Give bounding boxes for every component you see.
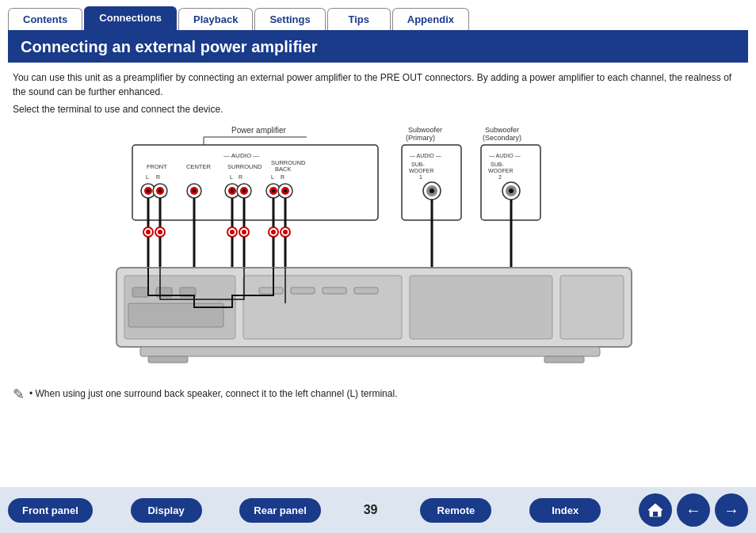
svg-rect-101 [148,356,188,363]
back-button[interactable]: ← [677,493,710,527]
svg-rect-104 [653,512,658,516]
svg-text:WOOFER: WOOFER [409,168,434,173]
description-2: Select the terminal to use and connect t… [13,102,743,116]
svg-point-21 [158,189,162,192]
svg-point-24 [193,189,196,192]
svg-text:R: R [281,174,284,180]
svg-point-33 [272,189,275,192]
svg-text:CENTER: CENTER [186,163,211,170]
svg-point-27 [231,189,234,192]
svg-rect-89 [243,276,402,339]
svg-point-73 [242,230,246,234]
tab-connections[interactable]: Connections [84,6,177,30]
connection-diagram: Power amplifier — AUDIO — FRONT CENTER S… [101,121,655,383]
svg-text:Power amplifier: Power amplifier [231,126,287,135]
svg-rect-102 [544,356,584,363]
svg-text:SURROUND: SURROUND [227,163,262,170]
front-panel-button[interactable]: Front panel [8,498,93,523]
svg-point-69 [230,230,235,234]
page-title: Connecting an external power amplifier [8,32,748,63]
svg-rect-96 [291,287,315,294]
footer-icon-buttons: ← → [639,493,748,527]
svg-text:SUB-: SUB- [491,162,504,167]
svg-rect-92 [132,287,148,297]
svg-text:L: L [230,174,233,180]
svg-text:— AUDIO —: — AUDIO — [489,153,521,158]
svg-text:L: L [146,174,149,180]
svg-text:(Primary): (Primary) [406,134,435,142]
svg-text:FRONT: FRONT [147,163,167,170]
page-number: 39 [359,503,383,517]
home-button[interactable] [639,493,672,527]
svg-rect-91 [560,276,624,339]
svg-text:R: R [156,174,160,180]
svg-text:R: R [239,174,242,180]
forward-button[interactable]: → [715,493,748,527]
rear-panel-button[interactable]: Rear panel [239,498,320,523]
svg-rect-98 [354,287,378,294]
display-button[interactable]: Display [131,498,202,523]
tab-settings[interactable]: Settings [254,8,325,30]
note-text: • When using just one surround back spea… [29,387,397,401]
svg-text:Subwoofer: Subwoofer [485,126,519,134]
remote-button[interactable]: Remote [420,498,491,523]
svg-point-77 [271,230,276,234]
svg-rect-97 [323,287,346,294]
note-area: ✎ • When using just one surround back sp… [13,387,743,403]
svg-point-81 [283,230,288,234]
svg-point-46 [430,188,434,193]
description-1: You can use this unit as a preamplifier … [13,70,743,99]
svg-rect-90 [410,276,552,339]
svg-point-18 [147,189,150,192]
svg-point-63 [158,230,162,234]
diagram-area: Power amplifier — AUDIO — FRONT CENTER S… [13,121,743,383]
svg-text:L: L [271,174,274,180]
index-button[interactable]: Index [529,498,601,523]
svg-text:— AUDIO —: — AUDIO — [410,153,441,158]
svg-rect-95 [259,287,283,294]
tab-playback[interactable]: Playback [178,8,253,30]
svg-text:Subwoofer: Subwoofer [408,126,442,134]
svg-text:— AUDIO —: — AUDIO — [223,152,259,159]
svg-point-56 [509,188,514,193]
svg-text:BACK: BACK [275,166,291,173]
tab-navigation: Contents Connections Playback Settings T… [0,0,756,30]
svg-text:1: 1 [419,174,422,180]
svg-rect-100 [140,347,600,356]
svg-text:(Secondary): (Secondary) [483,134,521,142]
tab-appendix[interactable]: Appendix [392,8,469,30]
tab-tips[interactable]: Tips [327,8,391,30]
tab-contents[interactable]: Contents [8,8,82,30]
home-icon [647,501,664,519]
svg-text:WOOFER: WOOFER [488,168,514,173]
svg-text:2: 2 [498,174,502,180]
svg-point-30 [242,189,246,192]
svg-point-59 [146,230,151,234]
note-icon: ✎ [13,386,25,403]
svg-point-36 [284,189,287,192]
svg-text:SUB-: SUB- [411,162,425,167]
main-content: You can use this unit as a preamplifier … [0,63,756,408]
footer-navigation: Front panel Display Rear panel 39 Remote… [0,487,756,533]
